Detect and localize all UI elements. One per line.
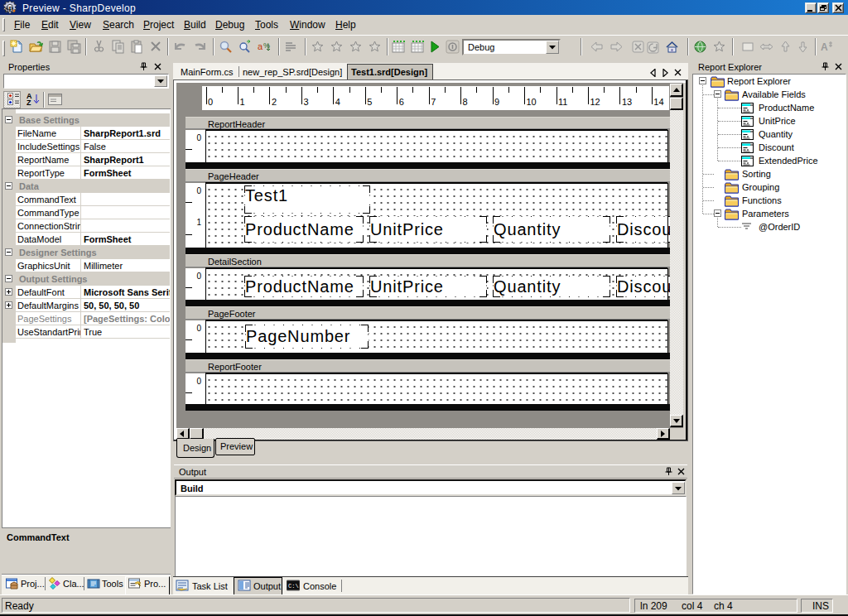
svg-text:a: a <box>258 41 263 51</box>
svg-text:Z: Z <box>26 99 31 106</box>
svg-text:%: % <box>263 41 270 50</box>
svg-text:C:\: C:\ <box>288 583 299 590</box>
svg-text:SD: SD <box>5 6 13 13</box>
svg-text:A: A <box>821 41 828 53</box>
